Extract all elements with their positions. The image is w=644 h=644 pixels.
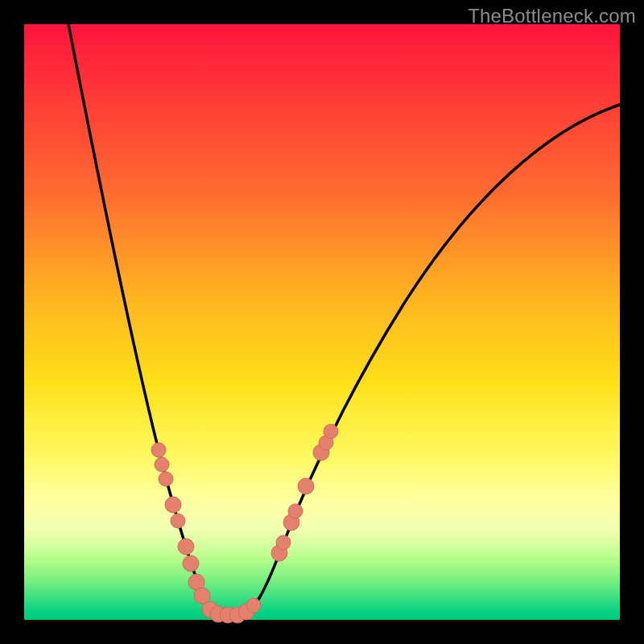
data-point [155,457,169,472]
data-point [276,535,291,550]
curve-right-branch [244,105,620,614]
curve-layer [24,24,620,620]
data-point [171,514,185,528]
curve-left-branch [68,24,217,614]
data-point [178,539,194,555]
watermark-text: TheBottleneck.com [468,5,636,27]
data-point [288,504,303,518]
data-point [151,443,166,457]
plot-area [24,24,620,620]
chart-frame: TheBottleneck.com [0,0,644,644]
data-point [298,478,314,494]
data-point [183,555,199,572]
data-point [324,424,338,439]
data-point [159,472,173,486]
data-point [246,598,261,613]
data-point [165,497,181,513]
data-points [151,424,338,623]
